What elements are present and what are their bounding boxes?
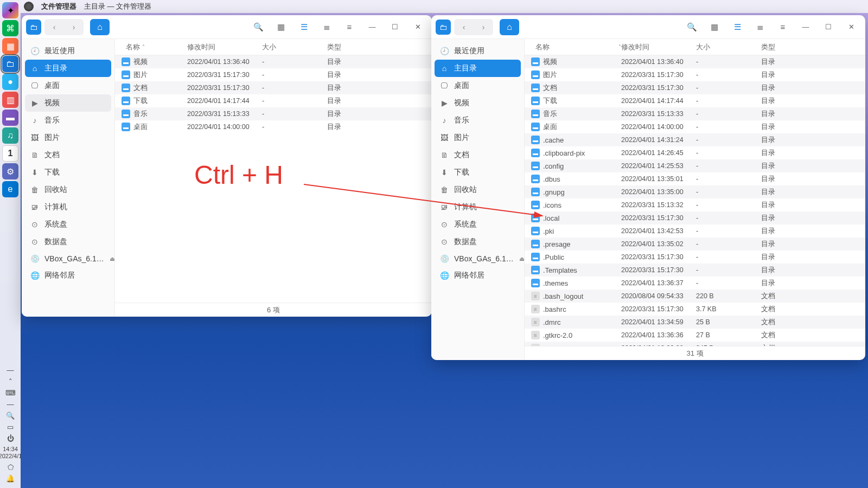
browser-icon[interactable]: ●	[2, 74, 18, 90]
maximize-button[interactable]: ☐	[385, 19, 405, 35]
search-icon[interactable]: 🔍	[248, 19, 268, 35]
file-row[interactable]: ▬桌面2022/04/01 14:00:00-目录	[115, 120, 432, 133]
col-modified[interactable]: 修改时间	[187, 42, 262, 52]
sidebar-item[interactable]: ▶视频	[25, 94, 111, 112]
minimize-button[interactable]: —	[796, 19, 815, 35]
compact-view-button[interactable]: ≣	[317, 19, 336, 35]
music-icon[interactable]: ♫	[2, 127, 18, 144]
display-icon[interactable]: ▭	[7, 423, 14, 431]
tray-up-icon[interactable]: ˄	[9, 377, 12, 386]
close-button[interactable]: ✕	[841, 19, 861, 35]
sidebar-item[interactable]: 🖵桌面	[435, 77, 521, 94]
list-view-button[interactable]: ☰	[727, 19, 747, 35]
sidebar-item[interactable]: 🌐网络邻居	[25, 267, 111, 284]
compact-view-button[interactable]: ≣	[750, 19, 770, 35]
file-row[interactable]: ≡.bash_logout2020/08/04 09:54:33220 B文档	[525, 290, 865, 303]
sidebar-item[interactable]: 🗑回收站	[25, 181, 111, 198]
keyboard-icon[interactable]: ⌨	[5, 389, 16, 397]
sidebar-item[interactable]: ⊙系统盘	[25, 216, 111, 233]
edge-icon[interactable]: e	[2, 181, 18, 197]
col-modified[interactable]: 修改时间	[621, 42, 696, 52]
app-purple-icon[interactable]: ▬	[2, 110, 18, 126]
file-row[interactable]: ▬.cache2022/04/01 14:31:24-目录	[525, 133, 865, 146]
filemanager-icon[interactable]: 🗀	[2, 56, 18, 72]
file-row[interactable]: ▬.Templates2022/03/31 15:17:30-目录	[525, 264, 865, 277]
file-row[interactable]: ▬.icons2022/03/31 15:13:32-目录	[525, 198, 865, 211]
shield-icon[interactable]: ⬠	[8, 463, 14, 471]
col-size[interactable]: 大小	[262, 42, 327, 52]
sidebar-item[interactable]: ▶视频	[435, 94, 521, 112]
nav-forward-button[interactable]: ›	[64, 19, 84, 35]
file-row[interactable]: ▬.themes2022/04/01 13:36:37-目录	[525, 277, 865, 290]
sidebar-item[interactable]: ⊙数据盘	[25, 233, 111, 251]
file-row[interactable]: ▬.local2022/03/31 15:17:30-目录	[525, 211, 865, 224]
sidebar-item[interactable]: 🖵桌面	[25, 77, 111, 94]
list-view-button[interactable]: ☰	[294, 19, 314, 35]
sidebar-item[interactable]: 💿VBox_GAs_6.1…⏏	[25, 251, 111, 267]
file-row[interactable]: ▬音乐2022/03/31 15:13:33-目录	[525, 107, 865, 120]
search-icon[interactable]: 🔍	[682, 19, 701, 35]
minimize-button[interactable]: —	[362, 19, 382, 35]
col-name[interactable]: 名称˄	[529, 42, 621, 52]
icon-view-button[interactable]: ▦	[705, 19, 724, 35]
file-row[interactable]: ≡.imwheelrc2022/04/01 13:36:28345 B文档	[525, 342, 865, 346]
sidebar-item[interactable]: 🕘最近使用	[25, 42, 111, 60]
icon-view-button[interactable]: ▦	[271, 19, 291, 35]
sidebar-item[interactable]: 🖼图片	[25, 129, 111, 146]
col-type[interactable]: 类型	[761, 42, 861, 52]
sidebar-item[interactable]: 🕘最近使用	[435, 42, 521, 60]
terminal-icon[interactable]: ⌘	[2, 20, 18, 36]
file-row[interactable]: ▬.Public2022/03/31 15:17:30-目录	[525, 251, 865, 264]
close-button[interactable]: ✕	[408, 19, 427, 35]
col-name[interactable]: 名称˄	[119, 42, 187, 52]
home-button[interactable]: ⌂	[90, 19, 110, 35]
file-row[interactable]: ▬图片2022/03/31 15:17:30-目录	[525, 68, 865, 81]
file-row[interactable]: ≡.gtkrc-2.02022/04/01 13:36:3627 B文档	[525, 329, 865, 342]
eject-icon[interactable]: ⏏	[519, 255, 525, 262]
sidebar-item[interactable]: 🗎文档	[25, 146, 111, 164]
sidebar-item[interactable]: 🗑回收站	[435, 181, 521, 198]
app-orange-icon[interactable]: ▦	[2, 38, 18, 54]
home-button[interactable]: ⌂	[500, 19, 519, 35]
nav-back-button[interactable]: ‹	[44, 19, 64, 35]
file-row[interactable]: ▬.dbus2022/04/01 13:35:01-目录	[525, 172, 865, 185]
file-row[interactable]: ▬.config2022/04/01 14:25:53-目录	[525, 159, 865, 172]
file-row[interactable]: ▬.gnupg2022/04/01 13:35:00-目录	[525, 185, 865, 198]
file-row[interactable]: ▬下载2022/04/01 14:17:44-目录	[525, 94, 865, 107]
settings-icon[interactable]: ⚙	[2, 163, 18, 179]
search-icon[interactable]: 🔍	[6, 412, 15, 420]
power-icon[interactable]: ⏻	[7, 434, 14, 442]
sidebar-item[interactable]: ⬇下载	[435, 164, 521, 181]
file-row[interactable]: ▬音乐2022/03/31 15:13:33-目录	[115, 107, 432, 120]
sidebar-item[interactable]: 🖳计算机	[435, 198, 521, 216]
sidebar-item[interactable]: ♪音乐	[435, 112, 521, 129]
eject-icon[interactable]: ⏏	[110, 255, 115, 262]
file-row[interactable]: ▬视频2022/04/01 13:36:40-目录	[115, 55, 432, 68]
file-row[interactable]: ≡.dmrc2022/04/01 13:34:5925 B文档	[525, 316, 865, 329]
sidebar-item[interactable]: ⬇下载	[25, 164, 111, 181]
menu-button[interactable]: ≡	[340, 19, 359, 35]
file-row[interactable]: ▬视频2022/04/01 13:36:40-目录	[525, 55, 865, 68]
col-type[interactable]: 类型	[327, 42, 427, 52]
sidebar-item[interactable]: 🖳计算机	[25, 198, 111, 216]
file-row[interactable]: ≡.bashrc2022/03/31 15:17:303.7 KB文档	[525, 303, 865, 316]
sidebar-item[interactable]: ⌂主目录	[25, 60, 111, 77]
sidebar-item[interactable]: ⊙数据盘	[435, 233, 521, 251]
file-row[interactable]: ▬文档2022/03/31 15:17:30-目录	[115, 81, 432, 94]
clock[interactable]: 14:34 2022/4/1	[0, 446, 22, 460]
sidebar-item[interactable]: ⊙系统盘	[435, 216, 521, 233]
file-row[interactable]: ▬下载2022/04/01 14:17:44-目录	[115, 94, 432, 107]
sidebar-item[interactable]: 🌐网络邻居	[435, 267, 521, 284]
calendar-icon[interactable]: 1	[2, 145, 18, 162]
file-row[interactable]: ▬文档2022/03/31 15:17:30-目录	[525, 81, 865, 94]
col-size[interactable]: 大小	[696, 42, 761, 52]
file-row[interactable]: ▬.pki2022/04/01 13:42:53-目录	[525, 224, 865, 237]
file-row[interactable]: ▬桌面2022/04/01 14:00:00-目录	[525, 120, 865, 133]
nav-forward-button[interactable]: ›	[474, 19, 493, 35]
sidebar-item[interactable]: ⌂主目录	[435, 60, 521, 77]
file-row[interactable]: ▬图片2022/03/31 15:17:30-目录	[115, 68, 432, 81]
nav-back-button[interactable]: ‹	[454, 19, 474, 35]
system-logo-icon[interactable]	[24, 2, 34, 11]
store-icon[interactable]: ▥	[2, 92, 18, 108]
sidebar-item[interactable]: ♪音乐	[25, 112, 111, 129]
